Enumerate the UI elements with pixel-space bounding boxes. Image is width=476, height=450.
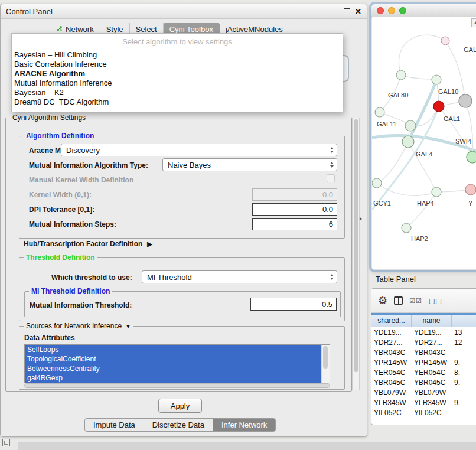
column-header-1[interactable]: shared...	[371, 315, 412, 327]
table-toolbar: ⚙ ☑☑ ▢▢	[371, 289, 476, 313]
table-cell: YER054C	[371, 369, 412, 377]
bottom-tab-discretize-data[interactable]: Discretize Data	[144, 419, 213, 431]
bottom-tabs: Impute DataDiscretize DataInfer Network	[84, 418, 276, 432]
network-node-label: GAL80	[388, 92, 408, 99]
network-node[interactable]	[465, 184, 476, 195]
table-row[interactable]: YDR27...YDR27...12	[371, 337, 476, 347]
bottom-tab-impute-data[interactable]: Impute Data	[85, 419, 144, 431]
network-node[interactable]	[432, 75, 441, 84]
select-all-icon[interactable]: ☑☑	[409, 297, 422, 305]
attributes-horizontal-scrollbar[interactable]	[24, 383, 330, 388]
aracne-mode-select[interactable]: Discovery	[61, 144, 337, 156]
network-window-titlebar[interactable]	[371, 4, 476, 18]
corner-widget-icon[interactable]	[2, 439, 10, 446]
network-graph[interactable]: GAL80GAL10GALGAL11GAL1SWI4GAL4GCY1HAP4HA…	[372, 17, 476, 269]
algorithm-option-aracne-algorithm[interactable]: ARACNE Algorithm	[12, 69, 343, 79]
table-row[interactable]: YER054CYER054C8.	[371, 367, 476, 377]
network-node[interactable]	[402, 136, 414, 148]
settings-scrollbar[interactable]	[352, 118, 360, 390]
attributes-scrollbar-thumb[interactable]	[323, 346, 328, 369]
scroll-up-icon[interactable]: ▲	[471, 18, 476, 27]
close-icon[interactable]: ✕	[355, 8, 361, 15]
mi-type-value: Naive Bayes	[168, 161, 211, 169]
algorithm-definition-group: Algorithm Definition Aracne Mode: Discov…	[19, 136, 345, 239]
mac-close-button[interactable]	[377, 7, 384, 14]
mi-type-select[interactable]: Naive Bayes	[162, 158, 337, 171]
algorithm-option-bayesian-k2[interactable]: Bayesian – K2	[12, 88, 343, 97]
network-node[interactable]	[467, 151, 476, 163]
expand-right-icon[interactable]: ▶	[147, 240, 152, 248]
data-attributes-list[interactable]: SelfLoopsTopologicalCoefficientBetweenne…	[24, 344, 330, 383]
table-cell: YPR145W	[371, 358, 412, 367]
sources-group: Sources for Network Inference ▼ Data Att…	[19, 326, 345, 390]
column-header-3[interactable]	[452, 315, 476, 327]
attribute-item-selfloops[interactable]: SelfLoops	[25, 345, 323, 354]
network-node[interactable]	[441, 37, 449, 45]
table-cell: YPR145W	[412, 358, 452, 367]
table-row[interactable]: YBR045CYBR045C9.	[371, 377, 476, 387]
table-row[interactable]: YLR345WYLR345W9.	[371, 397, 476, 407]
algorithm-option-bayesian-hill-climbing[interactable]: Bayesian – Hill Climbing	[12, 50, 343, 60]
network-node[interactable]	[375, 107, 384, 117]
table-header-row: shared...name	[371, 315, 476, 327]
network-view-window: ▲	[371, 4, 476, 270]
network-node[interactable]	[372, 178, 382, 188]
mi-steps-field[interactable]	[252, 218, 337, 230]
control-panel-titlebar[interactable]: Control Panel ✕	[1, 4, 367, 19]
table-row[interactable]: YIL052CYIL052C	[371, 407, 476, 418]
attribute-item-betweennesscentrality[interactable]: BetweennessCentrality	[25, 364, 323, 373]
mi-threshold-field[interactable]	[250, 298, 337, 311]
algorithm-option-mutual-information-inference[interactable]: Mutual Information Inference	[12, 79, 343, 88]
table-panel-window: ⚙ ☑☑ ▢▢ shared...name YDL19...YDL19...13…	[371, 288, 476, 425]
minimize-icon[interactable]	[344, 8, 350, 14]
attribute-item-topologicalcoefficient[interactable]: TopologicalCoefficient	[25, 354, 323, 364]
panel-splitter-handle[interactable]: ▸	[360, 215, 363, 221]
tab-label: Select	[136, 25, 157, 34]
mac-zoom-button[interactable]	[399, 7, 406, 14]
table-row[interactable]: YPR145WYPR145W9.	[371, 357, 476, 367]
network-node[interactable]	[405, 120, 416, 131]
attribute-item-gal4rgexp[interactable]: gal4RGexp	[25, 373, 323, 383]
mi-threshold-definition-title: MI Threshold Definition	[29, 287, 112, 295]
deselect-all-icon[interactable]: ▢▢	[429, 297, 442, 305]
sources-title: Sources for Network Inference ▼	[24, 322, 133, 330]
table-cell: 9.	[452, 358, 476, 367]
table-row[interactable]: YDL19...YDL19...13	[371, 327, 476, 337]
network-node[interactable]	[396, 70, 406, 80]
algorithm-dropdown-placeholder: Select algorithm to view settings	[12, 36, 343, 50]
network-node[interactable]	[433, 101, 444, 112]
gear-icon[interactable]: ⚙	[378, 295, 387, 306]
data-attributes-label: Data Attributes	[24, 334, 75, 342]
hub-definition-section[interactable]: Hub/Transcription Factor Definition ▶	[24, 240, 152, 248]
which-threshold-label: Which threshold to use:	[51, 273, 132, 282]
mi-threshold-label: Mutual Information Threshold:	[30, 301, 132, 309]
table-cell: YDR27...	[371, 338, 412, 347]
table-cell: YER054C	[412, 369, 452, 377]
network-node[interactable]	[402, 223, 411, 233]
column-header-2[interactable]: name	[412, 315, 452, 327]
network-node-label: GAL	[464, 46, 476, 53]
which-threshold-select[interactable]: MI Threshold	[142, 270, 337, 283]
collapse-down-icon[interactable]: ▼	[125, 323, 131, 330]
network-edges	[372, 35, 476, 228]
settings-scrollbar-thumb[interactable]	[354, 119, 358, 372]
network-canvas[interactable]: ▲	[372, 17, 476, 269]
bottom-strip	[18, 442, 476, 450]
apply-button[interactable]: Apply	[158, 399, 202, 413]
tab-label: Cyni Toolbox	[169, 25, 213, 34]
network-node-label: GAL11	[377, 120, 396, 128]
dpi-tolerance-field[interactable]	[252, 203, 337, 216]
table-row[interactable]: YBR043CYBR043C	[371, 347, 476, 357]
sources-title-text: Sources for Network Inference	[26, 322, 122, 330]
algorithm-option-basic-correlation-inference[interactable]: Basic Correlation Inference	[12, 60, 343, 69]
bottom-tab-infer-network[interactable]: Infer Network	[213, 419, 275, 431]
network-node[interactable]	[432, 187, 441, 197]
algorithm-option-dream8-dc-tdc-algorithm[interactable]: Dream8 DC_TDC Algorithm	[12, 97, 343, 107]
attributes-scrollbar[interactable]	[321, 345, 330, 383]
manual-kernel-label: Manual Kernel Width Definition	[29, 176, 133, 184]
cyni-algorithm-settings-group: Cyni Algorithm Settings Algorithm Defini…	[5, 118, 352, 392]
table-row[interactable]: YBL079WYBL079W	[371, 387, 476, 397]
columns-icon[interactable]	[394, 296, 403, 305]
network-node[interactable]	[459, 94, 472, 107]
mac-minimize-button[interactable]	[388, 7, 395, 14]
